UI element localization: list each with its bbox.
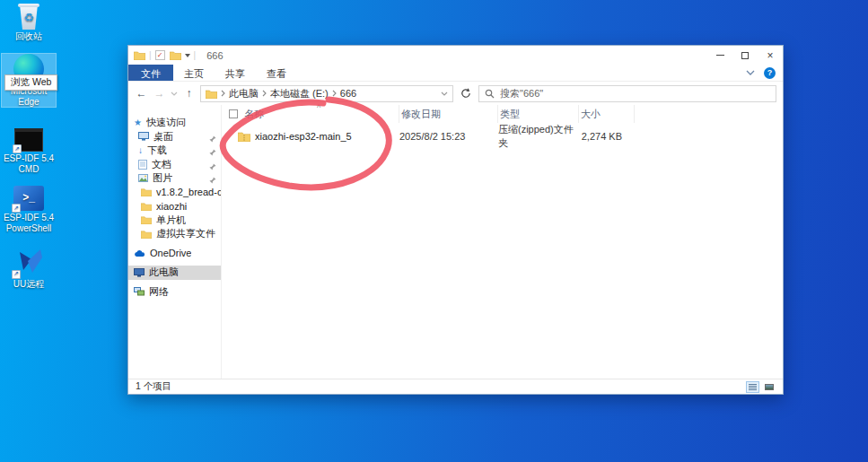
pin-icon bbox=[209, 134, 216, 144]
maximize-button[interactable] bbox=[732, 46, 758, 65]
title-bar[interactable]: | ✓ | 666 × bbox=[128, 46, 783, 65]
sidebar-item-folder[interactable]: 虚拟共享文件 bbox=[128, 227, 221, 241]
sidebar-item-network[interactable]: 网络 bbox=[128, 285, 221, 300]
breadcrumb-chevron-icon bbox=[221, 90, 225, 97]
breadcrumb-chevron-icon bbox=[262, 90, 267, 97]
back-button[interactable]: ← bbox=[135, 87, 148, 100]
search-input[interactable] bbox=[500, 88, 770, 99]
pc-icon bbox=[134, 268, 145, 277]
column-headers: 名称 ^ 修改日期 类型 大小 bbox=[222, 105, 783, 123]
sidebar-item-pictures[interactable]: 图片 bbox=[128, 171, 221, 186]
sidebar-item-this-pc[interactable]: 此电脑 bbox=[128, 266, 221, 280]
divider: | bbox=[194, 50, 197, 60]
star-icon: ★ bbox=[134, 118, 142, 127]
help-icon[interactable]: ? bbox=[764, 67, 776, 79]
file-name: xiaozhi-esp32-main_5 bbox=[255, 131, 352, 142]
picture-icon bbox=[138, 174, 148, 182]
powershell-icon: >_ ↗ bbox=[13, 186, 44, 211]
sidebar-item-folder[interactable]: 单片机 bbox=[128, 214, 221, 228]
file-list-pane: 名称 ^ 修改日期 类型 大小 bbox=[221, 105, 783, 379]
edge-tooltip: 浏览 Web bbox=[4, 74, 57, 91]
up-button[interactable]: ↑ bbox=[182, 87, 196, 100]
select-all-checkbox[interactable] bbox=[229, 109, 238, 118]
refresh-icon[interactable] bbox=[458, 88, 474, 99]
sidebar-item-onedrive[interactable]: OneDrive bbox=[128, 247, 221, 261]
file-type: 压缩(zipped)文件夹 bbox=[498, 123, 579, 150]
address-dropdown-chevron-icon[interactable] bbox=[441, 92, 448, 96]
thumbnails-view-button[interactable] bbox=[762, 381, 776, 393]
breadcrumb-drive-e[interactable]: 本地磁盘 (E:) bbox=[270, 87, 329, 100]
folder-icon bbox=[141, 202, 152, 211]
desktop-icon-esp-idf-cmd[interactable]: ↗ ESP-IDF 5.4 CMD bbox=[2, 128, 56, 174]
cloud-icon bbox=[134, 249, 145, 257]
desktop-icon-recycle-bin[interactable]: ♻ 回收站 bbox=[2, 4, 56, 42]
app-folder-icon bbox=[134, 50, 145, 60]
desktop-icon bbox=[138, 132, 149, 141]
quick-access-dropdown-icon[interactable] bbox=[185, 54, 190, 57]
folder-icon bbox=[141, 215, 152, 224]
file-explorer-window: | ✓ | 666 × 文件 主页 共享 查看 ? ← → ↑ 此电脑 bbox=[127, 45, 784, 395]
document-icon bbox=[138, 160, 147, 170]
details-view-icon bbox=[749, 384, 757, 390]
thumbnails-view-icon bbox=[765, 384, 774, 390]
tab-home[interactable]: 主页 bbox=[173, 65, 215, 81]
location-folder-icon bbox=[206, 89, 217, 99]
breadcrumb-this-pc[interactable]: 此电脑 bbox=[229, 87, 259, 100]
breadcrumb-chevron-icon bbox=[332, 90, 337, 97]
navigation-pane: ★ 快速访问 桌面 ↓ 下载 文档 图片 bbox=[128, 105, 221, 379]
sidebar-item-documents[interactable]: 文档 bbox=[128, 158, 221, 172]
expand-ribbon-chevron-icon[interactable] bbox=[746, 70, 755, 75]
download-icon: ↓ bbox=[138, 145, 143, 155]
address-bar[interactable]: 此电脑 本地磁盘 (E:) 666 bbox=[200, 85, 453, 102]
pin-icon bbox=[209, 161, 216, 172]
pin-icon bbox=[209, 147, 216, 158]
address-toolbar: ← → ↑ 此电脑 本地磁盘 (E:) 666 bbox=[128, 82, 783, 105]
sidebar-item-quick-access[interactable]: ★ 快速访问 bbox=[128, 116, 221, 130]
item-count: 1 个项目 bbox=[136, 380, 171, 393]
file-date: 2025/8/2 15:23 bbox=[399, 131, 498, 142]
search-box[interactable] bbox=[478, 85, 776, 102]
quick-access-properties-icon[interactable]: ✓ bbox=[155, 50, 165, 60]
breadcrumb-666[interactable]: 666 bbox=[340, 88, 356, 99]
column-header-name[interactable]: 名称 ^ bbox=[229, 105, 399, 123]
desktop-icon-label: ESP-IDF 5.4 PowerShell bbox=[2, 213, 56, 233]
network-icon bbox=[134, 287, 145, 296]
tab-share[interactable]: 共享 bbox=[215, 65, 256, 81]
shortcut-arrow-icon: ↗ bbox=[13, 144, 22, 153]
forward-button[interactable]: → bbox=[153, 87, 166, 100]
desktop-icon-esp-idf-powershell[interactable]: >_ ↗ ESP-IDF 5.4 PowerShell bbox=[2, 186, 56, 233]
details-view-button[interactable] bbox=[746, 381, 759, 393]
sort-ascending-icon: ^ bbox=[317, 103, 320, 112]
minimize-button[interactable] bbox=[707, 46, 732, 65]
sidebar-item-folder[interactable]: xiaozhi bbox=[128, 199, 221, 214]
shortcut-arrow-icon: ↗ bbox=[12, 204, 21, 213]
desktop-icon-uu-remote[interactable]: ↗ UU远程 bbox=[2, 248, 56, 289]
folder-icon bbox=[141, 230, 152, 239]
file-size: 2,274 KB bbox=[579, 131, 635, 142]
shortcut-arrow-icon: ↗ bbox=[12, 270, 21, 279]
folder-icon bbox=[141, 187, 152, 196]
sidebar-item-downloads[interactable]: ↓ 下载 bbox=[128, 144, 221, 158]
sidebar-item-desktop[interactable]: 桌面 bbox=[128, 130, 221, 144]
ribbon-tab-bar: 文件 主页 共享 查看 ? bbox=[128, 65, 783, 82]
recent-locations-chevron-icon[interactable] bbox=[171, 92, 178, 96]
pin-icon bbox=[209, 175, 216, 186]
column-header-type[interactable]: 类型 bbox=[498, 105, 579, 123]
zipped-folder-icon bbox=[238, 131, 250, 142]
desktop-icon-label: UU远程 bbox=[13, 279, 44, 290]
close-button[interactable]: × bbox=[758, 46, 783, 65]
divider: | bbox=[149, 50, 152, 60]
file-row-zip[interactable]: xiaozhi-esp32-main_5 2025/8/2 15:23 压缩(z… bbox=[222, 123, 783, 143]
sidebar-item-folder[interactable]: v1.8.2_bread-comp bbox=[128, 186, 221, 200]
search-icon bbox=[485, 89, 495, 99]
desktop-icon-label: ESP-IDF 5.4 CMD bbox=[2, 153, 56, 174]
tab-file[interactable]: 文件 bbox=[128, 65, 173, 81]
cmd-terminal-icon: ↗ bbox=[14, 128, 43, 152]
column-header-date[interactable]: 修改日期 bbox=[399, 105, 498, 123]
uu-remote-icon: ↗ bbox=[13, 248, 44, 277]
window-title: 666 bbox=[206, 50, 223, 61]
tab-view[interactable]: 查看 bbox=[256, 65, 297, 81]
recycle-bin-icon: ♻ bbox=[18, 4, 39, 30]
column-header-size[interactable]: 大小 bbox=[579, 105, 635, 123]
quick-access-new-folder-icon[interactable] bbox=[170, 50, 181, 60]
